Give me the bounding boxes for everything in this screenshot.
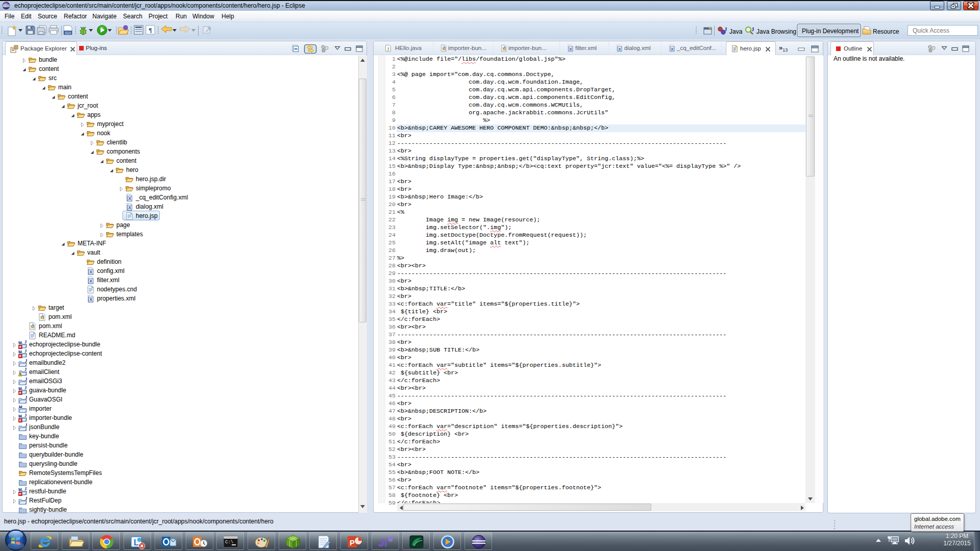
svg-text:Java Browsing: Java Browsing	[756, 28, 796, 35]
svg-text:¶: ¶	[149, 26, 152, 34]
svg-text:Plug-in Development: Plug-in Development	[802, 28, 859, 35]
svg-text:010: 010	[65, 31, 71, 35]
svg-text:Java: Java	[729, 28, 743, 35]
svg-text:J: J	[751, 26, 754, 32]
svg-text:P: P	[350, 538, 355, 547]
svg-text:J: J	[724, 26, 727, 32]
svg-text:C:\: C:\	[225, 540, 233, 545]
svg-text:Resource: Resource	[873, 28, 899, 35]
svg-text:JI: JI	[378, 537, 387, 548]
